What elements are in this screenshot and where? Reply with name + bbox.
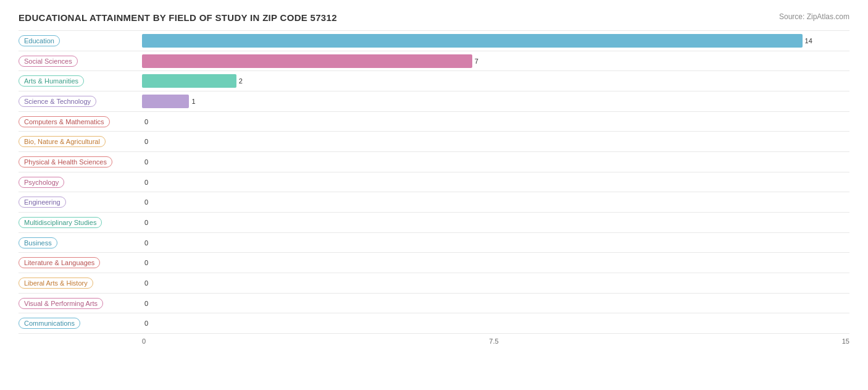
bar-row: Computers & Mathematics0 [19,112,849,132]
bar-value-label: 7 [475,57,478,65]
bar-label: Psychology [19,177,142,188]
x-tick: 0 [142,337,146,345]
bar-label-pill: Psychology [19,177,64,188]
bar-value-label: 14 [805,37,812,45]
bar-label: Business [19,237,142,248]
bar-label-pill: Liberal Arts & History [19,278,93,289]
bar-track: 0 [142,297,849,310]
bar-label-pill: Literature & Languages [19,257,100,268]
x-axis: 07.515 [19,337,849,345]
bar-label-pill: Arts & Humanities [19,75,84,87]
bar-row: Physical & Health Sciences0 [19,152,849,172]
bar-label: Computers & Mathematics [19,116,142,127]
bar-track: 0 [142,195,849,209]
bar-fill [142,34,803,48]
bar-track: 14 [142,34,849,48]
bar-row: Literature & Languages0 [19,253,849,273]
bar-label-pill: Communications [19,318,80,329]
bar-label-pill: Social Sciences [19,56,78,67]
bar-label-pill: Visual & Performing Arts [19,298,103,309]
bar-label-pill: Business [19,237,57,248]
chart-header: EDUCATIONAL ATTAINMENT BY FIELD OF STUDY… [19,12,849,23]
bar-label-pill: Education [19,35,60,46]
bar-value-label: 0 [144,259,148,266]
bar-fill [142,74,236,88]
bar-value-label: 2 [239,77,243,85]
bar-track: 7 [142,54,849,68]
bar-label: Liberal Arts & History [19,278,142,289]
bar-row: Multidisciplinary Studies0 [19,213,849,233]
bar-value-label: 0 [144,239,148,247]
bar-value-label: 0 [144,300,148,307]
bar-fill [142,54,472,68]
bar-row: Psychology0 [19,172,849,193]
bar-label: Multidisciplinary Studies [19,217,142,228]
bar-label-pill: Multidisciplinary Studies [19,217,102,228]
x-tick: 7.5 [489,337,498,345]
bar-track: 2 [142,74,849,88]
bar-value-label: 0 [144,198,148,206]
chart-title: EDUCATIONAL ATTAINMENT BY FIELD OF STUDY… [19,12,337,23]
bar-label: Physical & Health Sciences [19,156,142,167]
bar-label: Engineering [19,197,142,208]
bar-value-label: 1 [191,98,195,105]
bar-label-pill: Physical & Health Sciences [19,156,112,167]
bar-value-label: 0 [144,138,148,145]
bar-track: 0 [142,276,849,290]
bar-track: 0 [142,135,849,148]
chart-container: EDUCATIONAL ATTAINMENT BY FIELD OF STUDY… [0,0,868,390]
bar-label-pill: Computers & Mathematics [19,116,110,127]
bar-track: 0 [142,236,849,250]
bar-label: Bio, Nature & Agricultural [19,136,142,147]
bar-track: 0 [142,115,849,129]
bar-label-pill: Science & Technology [19,96,96,107]
bar-label: Science & Technology [19,96,142,107]
bar-row: Business0 [19,233,849,253]
bar-row: Bio, Nature & Agricultural0 [19,132,849,152]
bar-label: Social Sciences [19,56,142,67]
bar-row: Engineering0 [19,192,849,213]
bar-value-label: 0 [144,118,148,125]
bar-label: Education [19,35,142,46]
bar-label: Literature & Languages [19,257,142,268]
bar-label: Visual & Performing Arts [19,298,142,309]
bar-row: Visual & Performing Arts0 [19,294,849,314]
bar-track: 1 [142,95,849,108]
bar-track: 0 [142,316,849,330]
bar-row: Arts & Humanities2 [19,71,849,91]
bar-track: 0 [142,155,849,169]
bar-row: Social Sciences7 [19,51,849,72]
bar-row: Education14 [19,30,849,51]
chart-area: Education14Social Sciences7Arts & Humani… [19,30,849,334]
bar-track: 0 [142,256,849,269]
bar-label: Arts & Humanities [19,75,142,87]
bar-row: Communications0 [19,313,849,334]
bar-value-label: 0 [144,279,148,287]
bar-row: Science & Technology1 [19,91,849,112]
bar-label-pill: Bio, Nature & Agricultural [19,136,106,147]
bar-fill [142,95,189,108]
bar-value-label: 0 [144,219,148,226]
bar-label: Communications [19,318,142,329]
bar-track: 0 [142,176,849,189]
bar-label-pill: Engineering [19,197,66,208]
x-tick: 15 [842,337,849,345]
bar-row: Liberal Arts & History0 [19,273,849,294]
bar-value-label: 0 [144,179,148,186]
chart-source: Source: ZipAtlas.com [779,12,849,21]
bar-value-label: 0 [144,320,148,327]
bar-track: 0 [142,216,849,229]
bar-value-label: 0 [144,158,148,166]
